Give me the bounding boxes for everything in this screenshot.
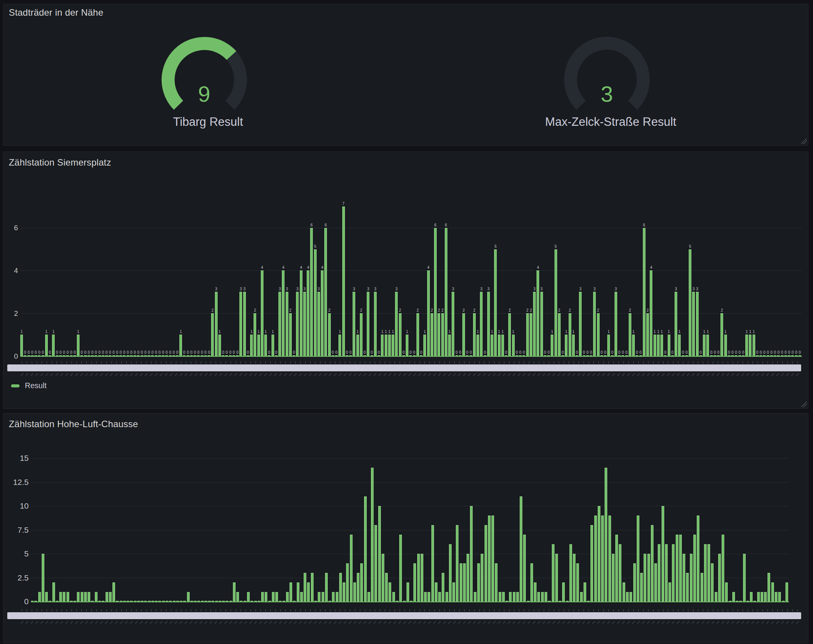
- x-axis-baseline: [20, 356, 802, 357]
- bar: [435, 582, 437, 602]
- bar: [530, 313, 532, 356]
- bar-value-label: 0: [795, 350, 804, 355]
- tick-mark: [758, 609, 758, 611]
- tick-mark: [22, 361, 22, 364]
- panel-resize-icon[interactable]: [801, 138, 807, 144]
- bar: [650, 270, 652, 356]
- bar: [533, 292, 536, 356]
- tick-mark: [782, 609, 783, 611]
- bar: [537, 270, 539, 356]
- panel-title[interactable]: Stadträder in der Nähe: [9, 7, 103, 18]
- bar: [261, 592, 264, 602]
- bar: [332, 592, 335, 602]
- x-scrollbar[interactable]: [7, 612, 801, 619]
- tick-mark: [623, 609, 624, 611]
- tick-mark: [265, 609, 266, 611]
- tick-mark: [589, 361, 589, 364]
- bar: [654, 563, 657, 602]
- bar: [456, 525, 459, 602]
- tick-mark: [738, 361, 738, 364]
- legend-series-label[interactable]: Result: [25, 381, 47, 390]
- tick-mark: [574, 609, 574, 611]
- bar: [293, 355, 295, 356]
- bar: [445, 228, 447, 356]
- tick-mark: [598, 609, 599, 611]
- bar: [109, 592, 112, 602]
- bar-value-label: 2: [286, 308, 294, 312]
- gauge-value: 3: [601, 81, 613, 106]
- bar: [569, 544, 572, 602]
- bar: [508, 313, 511, 356]
- bar: [346, 355, 348, 356]
- bar: [325, 573, 328, 602]
- tick-mark: [171, 609, 171, 611]
- bar: [484, 355, 486, 356]
- bar: [275, 355, 278, 356]
- bar: [286, 292, 288, 356]
- tick-mark: [27, 609, 27, 611]
- panel-siemersplatz: Zählstation Siemersplatz 024610000001010…: [3, 151, 808, 409]
- bar: [67, 592, 69, 602]
- bar: [431, 313, 433, 356]
- tick-mark: [176, 609, 176, 611]
- bar: [257, 335, 260, 356]
- bar: [623, 582, 625, 602]
- tick-mark: [32, 361, 32, 364]
- bar: [176, 355, 179, 356]
- tick-mark: [564, 609, 564, 611]
- bar: [615, 292, 617, 356]
- bar: [286, 592, 289, 602]
- x-scrollbar[interactable]: [7, 364, 801, 371]
- bar: [463, 563, 466, 602]
- bar: [73, 355, 76, 356]
- tick-mark: [280, 361, 281, 364]
- tick-mark: [146, 361, 146, 364]
- tick-mark: [76, 361, 77, 364]
- bar: [392, 335, 394, 356]
- tick-mark: [713, 609, 713, 611]
- bar: [541, 592, 544, 602]
- bar: [791, 355, 794, 356]
- bar: [485, 525, 487, 602]
- tick-mark: [415, 609, 415, 611]
- bar: [56, 601, 59, 602]
- bar-value-label: 1: [49, 330, 58, 334]
- tick-mark: [270, 361, 271, 364]
- bar: [155, 355, 158, 356]
- tick-mark: [42, 361, 42, 364]
- tick-mark: [325, 609, 325, 611]
- bar: [250, 601, 253, 602]
- bar: [722, 535, 724, 602]
- bar: [59, 592, 62, 602]
- panel-resize-icon[interactable]: [801, 402, 807, 407]
- bar-value-label: 4: [647, 265, 655, 270]
- bar-value-label: 1: [74, 330, 83, 334]
- tick-mark: [231, 361, 231, 364]
- tick-mark: [350, 361, 350, 364]
- bar: [31, 601, 34, 602]
- bar: [668, 582, 671, 602]
- tick-mark: [579, 361, 579, 364]
- bar: [144, 601, 147, 602]
- bar: [544, 355, 546, 356]
- tick-mark: [385, 361, 385, 364]
- bar: [239, 292, 242, 356]
- bar: [116, 601, 119, 602]
- tick-mark: [340, 361, 340, 364]
- bar: [686, 573, 689, 602]
- bar: [441, 313, 444, 356]
- tick-mark: [290, 361, 291, 364]
- bar: [225, 355, 228, 356]
- bar: [88, 355, 90, 356]
- bar: [226, 601, 228, 602]
- bar: [328, 313, 331, 356]
- bar: [303, 292, 306, 356]
- tick-mark: [593, 609, 594, 611]
- bar: [547, 355, 550, 356]
- bar: [697, 516, 699, 602]
- tick-mark: [474, 609, 475, 611]
- bar-chart-hohe-luft[interactable]: 02.557.51012.515: [3, 413, 808, 643]
- tick-mark: [305, 609, 306, 611]
- tick-mark: [91, 361, 92, 364]
- tick-mark: [504, 609, 504, 611]
